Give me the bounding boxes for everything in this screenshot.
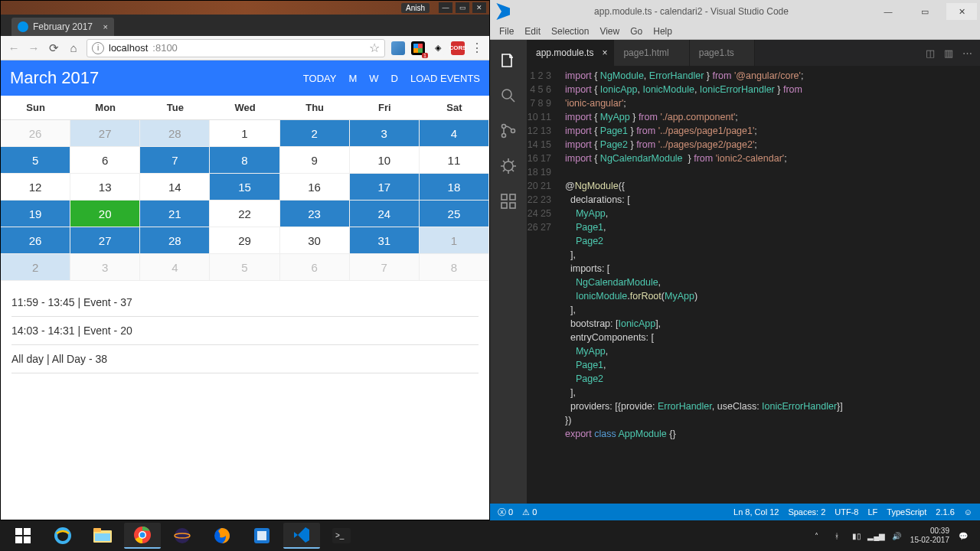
- vsc-close-button[interactable]: ✕: [946, 3, 977, 20]
- warnings-indicator[interactable]: ⚠ 0: [522, 507, 537, 517]
- calendar-cell[interactable]: 4: [420, 120, 489, 147]
- close-button[interactable]: ✕: [472, 2, 486, 13]
- calendar-cell[interactable]: 2: [1, 254, 70, 281]
- omnibox[interactable]: i localhost:8100 ☆: [87, 39, 385, 57]
- calendar-cell[interactable]: 9: [280, 147, 350, 174]
- menu-go[interactable]: Go: [626, 24, 647, 38]
- firefox-icon[interactable]: [204, 523, 240, 549]
- debug-icon[interactable]: [498, 156, 518, 176]
- bookmark-icon[interactable]: ☆: [369, 41, 380, 55]
- network-icon[interactable]: ▂▄▆: [871, 530, 883, 542]
- calendar-cell[interactable]: 12: [1, 174, 70, 201]
- menu-file[interactable]: File: [495, 24, 518, 38]
- vsc-minimize-button[interactable]: —: [873, 3, 903, 20]
- calendar-cell[interactable]: 1: [210, 120, 279, 147]
- calendar-cell[interactable]: 21: [140, 201, 210, 227]
- calendar-cell[interactable]: 16: [280, 174, 350, 201]
- site-info-icon[interactable]: i: [92, 42, 104, 54]
- clock[interactable]: 00:39 15-02-2017: [910, 527, 949, 545]
- calendar-cell[interactable]: 24: [350, 201, 420, 227]
- ie-icon[interactable]: [44, 523, 81, 549]
- more-actions-icon[interactable]: ⋯: [962, 47, 972, 59]
- extension-1-icon[interactable]: [391, 41, 405, 55]
- calendar-cell[interactable]: 23: [280, 201, 350, 227]
- start-button[interactable]: [5, 523, 41, 549]
- calendar-cell[interactable]: 2: [280, 120, 350, 147]
- extension-2-icon[interactable]: 1: [411, 41, 425, 55]
- eol[interactable]: LF: [867, 507, 877, 517]
- calendar-cell[interactable]: 27: [70, 120, 140, 147]
- menu-view[interactable]: View: [595, 24, 624, 38]
- menu-selection[interactable]: Selection: [547, 24, 593, 38]
- code-editor[interactable]: 1 2 3 4 5 6 7 8 9 10 11 12 13 14 15 16 1…: [527, 66, 980, 504]
- toggle-layout-icon[interactable]: ▥: [944, 47, 953, 59]
- forward-button[interactable]: →: [27, 41, 41, 54]
- calendar-cell[interactable]: 4: [140, 254, 210, 281]
- errors-indicator[interactable]: ⓧ 0: [498, 507, 513, 518]
- day-view-button[interactable]: D: [391, 73, 398, 84]
- notifications-icon[interactable]: 💬: [957, 530, 969, 542]
- calendar-cell[interactable]: 28: [140, 227, 210, 254]
- chrome-icon[interactable]: [124, 523, 161, 549]
- editor-tab[interactable]: page1.ts: [690, 40, 755, 66]
- event-item[interactable]: All day | All Day - 38: [11, 345, 479, 373]
- calendar-cell[interactable]: 17: [350, 174, 420, 201]
- minimize-button[interactable]: —: [439, 2, 452, 13]
- source-code[interactable]: import { NgModule, ErrorHandler } from '…: [560, 66, 980, 504]
- calendar-cell[interactable]: 31: [350, 227, 420, 254]
- calendar-cell[interactable]: 20: [70, 201, 140, 227]
- editor-tab[interactable]: page1.html: [614, 40, 689, 66]
- calendar-cell[interactable]: 10: [350, 147, 420, 174]
- eclipse-icon[interactable]: [164, 523, 201, 549]
- calendar-cell[interactable]: 25: [420, 201, 489, 227]
- feedback-icon[interactable]: ☺: [964, 507, 972, 517]
- calendar-cell[interactable]: 22: [210, 201, 279, 227]
- calendar-cell[interactable]: 11: [420, 147, 489, 174]
- event-item[interactable]: 11:59 - 13:45 | Event - 37: [11, 289, 479, 317]
- split-editor-icon[interactable]: ◫: [926, 47, 935, 59]
- encoding[interactable]: UTF-8: [835, 507, 858, 517]
- source-control-icon[interactable]: [498, 121, 518, 141]
- vscode-icon[interactable]: [283, 523, 320, 549]
- back-button[interactable]: ←: [7, 41, 21, 54]
- extensions-icon[interactable]: [498, 191, 518, 211]
- calendar-cell[interactable]: 26: [1, 120, 70, 147]
- calendar-cell[interactable]: 18: [420, 174, 489, 201]
- calendar-cell[interactable]: 7: [140, 147, 210, 174]
- calendar-cell[interactable]: 8: [210, 147, 279, 174]
- vsc-maximize-button[interactable]: ▭: [910, 3, 940, 20]
- menu-help[interactable]: Help: [648, 24, 677, 38]
- menu-edit[interactable]: Edit: [520, 24, 545, 38]
- cursor-position[interactable]: Ln 8, Col 12: [733, 507, 779, 517]
- calendar-cell[interactable]: 19: [1, 201, 70, 227]
- virtualbox-icon[interactable]: [243, 523, 280, 549]
- calendar-cell[interactable]: 5: [1, 147, 70, 174]
- event-item[interactable]: 14:03 - 14:31 | Event - 20: [11, 317, 479, 345]
- calendar-cell[interactable]: 5: [210, 254, 279, 281]
- maximize-button[interactable]: ▭: [456, 2, 469, 13]
- calendar-cell[interactable]: 29: [210, 227, 279, 254]
- load-events-button[interactable]: LOAD EVENTS: [410, 73, 480, 84]
- calendar-cell[interactable]: 7: [350, 254, 420, 281]
- calendar-cell[interactable]: 30: [280, 227, 350, 254]
- calendar-cell[interactable]: 3: [350, 120, 420, 147]
- calendar-cell[interactable]: 6: [280, 254, 350, 281]
- terminal-icon[interactable]: >_: [323, 523, 360, 549]
- calendar-cell[interactable]: 8: [420, 254, 489, 281]
- calendar-cell[interactable]: 15: [210, 174, 279, 201]
- ts-version[interactable]: 2.1.6: [936, 507, 954, 517]
- calendar-cell[interactable]: 3: [70, 254, 140, 281]
- language-mode[interactable]: TypeScript: [887, 507, 926, 517]
- calendar-cell[interactable]: 1: [420, 227, 489, 254]
- home-button[interactable]: ⌂: [67, 41, 80, 54]
- volume-icon[interactable]: 🔊: [890, 530, 903, 542]
- reload-button[interactable]: ⟳: [47, 41, 60, 55]
- calendar-cell[interactable]: 6: [70, 147, 140, 174]
- search-icon[interactable]: [498, 86, 518, 106]
- calendar-cell[interactable]: 27: [70, 227, 140, 254]
- tray-chevron-icon[interactable]: ˄: [811, 530, 823, 542]
- chrome-menu-icon[interactable]: ⋮: [471, 41, 483, 55]
- extension-3-icon[interactable]: ◈: [431, 41, 445, 55]
- browser-tab[interactable]: February 2017 ×: [11, 18, 114, 36]
- month-view-button[interactable]: M: [348, 73, 357, 84]
